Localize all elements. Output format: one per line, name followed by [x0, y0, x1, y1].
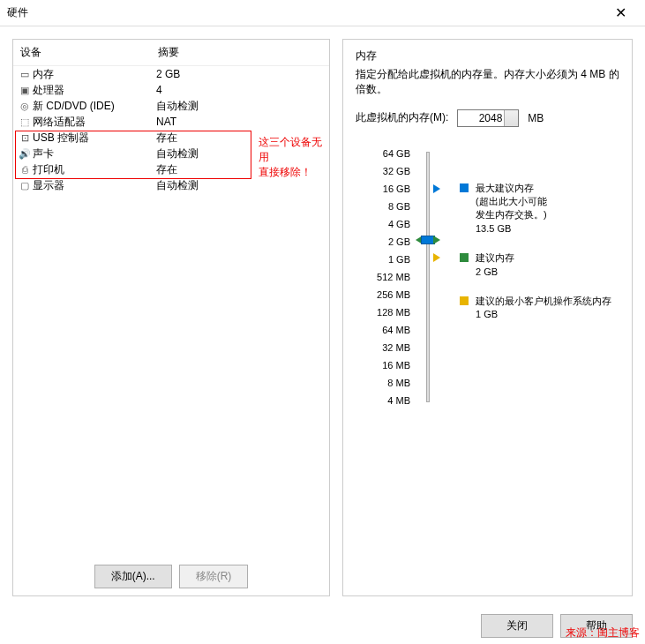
memory-panel: 内存 指定分配给此虚拟机的内存量。内存大小必须为 4 MB 的倍数。 此虚拟机的… — [342, 39, 633, 596]
device-name: USB 控制器 — [33, 131, 156, 146]
tick-label: 16 MB — [364, 356, 416, 374]
device-icon: ▣ — [17, 85, 33, 96]
device-summary: 自动检测 — [156, 146, 199, 161]
window-title: 硬件 — [7, 5, 603, 20]
tick-label: 8 GB — [364, 198, 416, 215]
tick-label: 64 MB — [364, 321, 416, 339]
memory-legend: 最大建议内存 (超出此大小可能 发生内存交换。) 13.5 GB 建议内存 2 … — [460, 145, 611, 409]
device-icon: ◎ — [17, 101, 33, 112]
content-area: 设备 摘要 这三个设备无用 直接移除！ ▭内存2 GB▣处理器4◎新 CD/DV… — [0, 26, 645, 609]
device-row[interactable]: ◎新 CD/DVD (IDE)自动检测 — [13, 98, 329, 114]
device-icon: ▭ — [17, 69, 33, 80]
annotation-text: 这三个设备无用 直接移除！ — [259, 135, 329, 179]
device-icon: ⬚ — [17, 116, 33, 128]
device-name: 内存 — [33, 67, 156, 82]
tick-label: 2 GB — [364, 233, 416, 251]
header-device: 设备 — [17, 45, 158, 60]
device-name: 处理器 — [33, 83, 156, 98]
device-list: 这三个设备无用 直接移除！ ▭内存2 GB▣处理器4◎新 CD/DVD (IDE… — [13, 66, 329, 558]
min-marker-icon — [433, 253, 440, 262]
legend-rec: 建议内存 2 GB — [460, 251, 611, 279]
legend-min-icon — [460, 296, 469, 305]
rec-marker-icon — [433, 236, 440, 244]
header-summary: 摘要 — [158, 45, 179, 60]
legend-max-icon — [460, 183, 469, 192]
device-summary: 2 GB — [156, 68, 180, 80]
device-name: 显示器 — [33, 178, 156, 193]
device-name: 声卡 — [33, 146, 156, 161]
device-header: 设备 摘要 — [13, 40, 329, 66]
tick-label: 32 MB — [364, 339, 416, 356]
memory-slider[interactable] — [417, 145, 444, 409]
device-icon: ⊡ — [17, 132, 33, 144]
device-name: 打印机 — [33, 162, 156, 177]
device-icon: 🔊 — [17, 148, 33, 160]
memory-section-label: 内存 — [356, 49, 619, 64]
device-summary: 自动检测 — [156, 178, 199, 193]
tick-label: 256 MB — [364, 286, 416, 303]
memory-desc: 指定分配给此虚拟机的内存量。内存大小必须为 4 MB 的倍数。 — [356, 67, 619, 97]
device-summary: NAT — [156, 116, 176, 128]
tick-label: 8 MB — [364, 374, 416, 392]
device-summary: 存在 — [156, 162, 177, 177]
legend-min: 建议的最小客户机操作系统内存 1 GB — [460, 295, 611, 322]
memory-ticks: 64 GB32 GB16 GB8 GB4 GB2 GB1 GB512 MB256… — [364, 145, 416, 409]
max-marker-icon — [433, 184, 440, 193]
tick-label: 32 GB — [364, 162, 416, 180]
memory-spinner[interactable] — [457, 109, 519, 127]
device-icon: ⎙ — [17, 164, 33, 175]
memory-input[interactable] — [457, 109, 519, 127]
memory-input-row: 此虚拟机的内存(M): MB — [356, 109, 619, 127]
tick-label: 4 GB — [364, 215, 416, 233]
tick-label: 16 GB — [364, 180, 416, 198]
tick-label: 512 MB — [364, 268, 416, 286]
watermark: 来源：闺主博客 — [566, 625, 640, 640]
device-row[interactable]: ⬚网络适配器NAT — [13, 114, 329, 130]
device-buttons: 添加(A)... 移除(R) — [13, 558, 329, 595]
memory-input-label: 此虚拟机的内存(M): — [356, 110, 448, 125]
legend-max: 最大建议内存 (超出此大小可能 发生内存交换。) 13.5 GB — [460, 182, 611, 236]
memory-slider-area: 64 GB32 GB16 GB8 GB4 GB2 GB1 GB512 MB256… — [364, 145, 619, 409]
device-row[interactable]: ▣处理器4 — [13, 82, 329, 98]
device-row[interactable]: ▭内存2 GB — [13, 66, 329, 82]
device-icon: ▢ — [17, 180, 33, 191]
tick-label: 4 MB — [364, 392, 416, 409]
legend-rec-icon — [460, 253, 469, 262]
tick-label: 128 MB — [364, 303, 416, 321]
add-button[interactable]: 添加(A)... — [94, 565, 172, 588]
remove-button: 移除(R) — [179, 565, 249, 588]
device-summary: 存在 — [156, 131, 177, 146]
device-row[interactable]: ▢显示器自动检测 — [13, 177, 329, 193]
dialog-buttons: 关闭 帮助 — [0, 609, 645, 643]
device-summary: 4 — [156, 84, 162, 96]
titlebar: 硬件 ✕ — [0, 0, 645, 26]
device-panel: 设备 摘要 这三个设备无用 直接移除！ ▭内存2 GB▣处理器4◎新 CD/DV… — [12, 39, 330, 596]
device-summary: 自动检测 — [156, 99, 199, 114]
tick-label: 64 GB — [364, 145, 416, 162]
tick-label: 1 GB — [364, 251, 416, 268]
close-button[interactable]: 关闭 — [481, 614, 553, 638]
memory-unit: MB — [528, 112, 544, 124]
device-name: 网络适配器 — [33, 115, 156, 130]
slider-track — [426, 152, 430, 402]
close-icon[interactable]: ✕ — [603, 4, 638, 21]
device-name: 新 CD/DVD (IDE) — [33, 99, 156, 114]
